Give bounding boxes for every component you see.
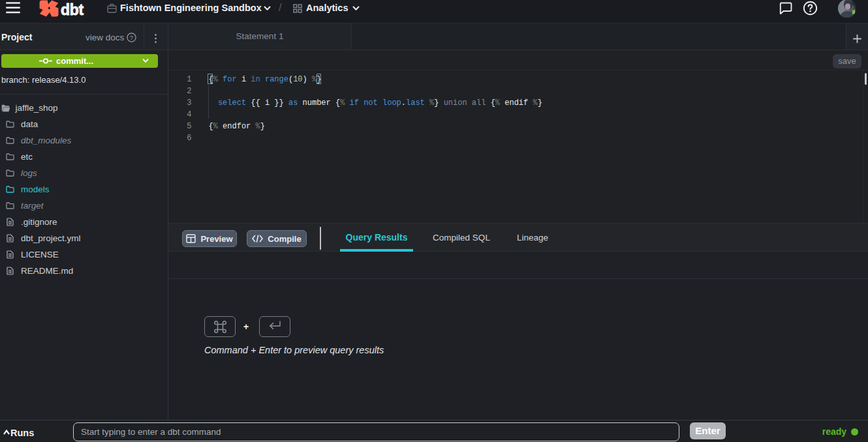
svg-text:?: ? [130,33,133,40]
